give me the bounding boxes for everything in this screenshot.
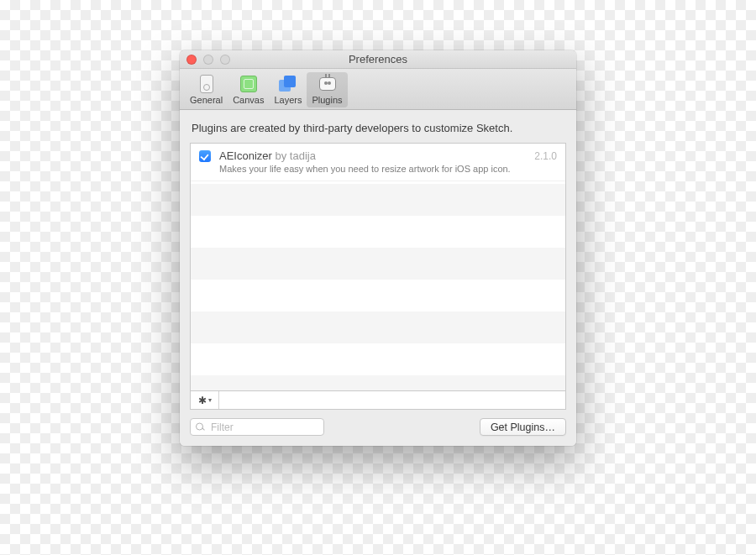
close-button[interactable]	[186, 55, 197, 65]
get-plugins-button[interactable]: Get Plugins…	[480, 418, 566, 436]
canvas-icon	[240, 76, 257, 92]
traffic-lights	[186, 55, 230, 65]
tab-layers-label: Layers	[274, 95, 302, 105]
list-footer-spacer	[219, 391, 565, 409]
tab-canvas[interactable]: Canvas	[228, 72, 269, 107]
tab-layers[interactable]: Layers	[269, 72, 307, 107]
plugin-title: AEIconizer by tadija	[219, 149, 526, 162]
content-pane: Plugins are created by third-party devel…	[180, 110, 576, 446]
gear-icon: ✱	[198, 395, 207, 406]
search-icon	[196, 422, 205, 432]
minimize-button[interactable]	[203, 55, 213, 65]
plugin-author: tadija	[290, 149, 316, 162]
plugin-row[interactable]: AEIconizer by tadija Makes your life eas…	[191, 144, 565, 181]
plugin-actions-menu[interactable]: ✱▾	[191, 391, 219, 409]
tab-canvas-label: Canvas	[233, 95, 264, 105]
preferences-window: Preferences General Canvas Layers Plugin…	[180, 50, 576, 446]
bottom-row: Get Plugins…	[190, 418, 566, 436]
chevron-down-icon: ▾	[208, 396, 212, 404]
plugin-by-prefix: by	[272, 149, 290, 162]
plugin-list[interactable]: AEIconizer by tadija Makes your life eas…	[190, 143, 566, 391]
empty-rows	[191, 184, 565, 390]
filter-input[interactable]	[190, 418, 324, 436]
plugin-info: AEIconizer by tadija Makes your life eas…	[219, 149, 526, 174]
titlebar[interactable]: Preferences	[180, 50, 576, 69]
plugins-icon	[319, 77, 336, 91]
window-title: Preferences	[349, 53, 407, 65]
layers-icon	[279, 76, 297, 92]
general-icon	[200, 75, 213, 93]
get-plugins-label: Get Plugins…	[491, 421, 555, 433]
list-footer: ✱▾	[190, 391, 566, 410]
plugin-version: 2.1.0	[534, 149, 557, 174]
plugin-description: Makes your life easy when you need to re…	[219, 164, 526, 174]
tab-general[interactable]: General	[185, 72, 228, 107]
zoom-button[interactable]	[220, 55, 230, 65]
tab-plugins[interactable]: Plugins	[307, 72, 347, 107]
intro-text: Plugins are created by third-party devel…	[192, 122, 564, 134]
tab-general-label: General	[190, 95, 223, 105]
toolbar: General Canvas Layers Plugins	[180, 69, 576, 110]
plugin-enabled-checkbox[interactable]	[199, 150, 211, 162]
plugin-name: AEIconizer	[219, 149, 272, 162]
filter-search	[190, 418, 324, 436]
tab-plugins-label: Plugins	[312, 95, 342, 105]
